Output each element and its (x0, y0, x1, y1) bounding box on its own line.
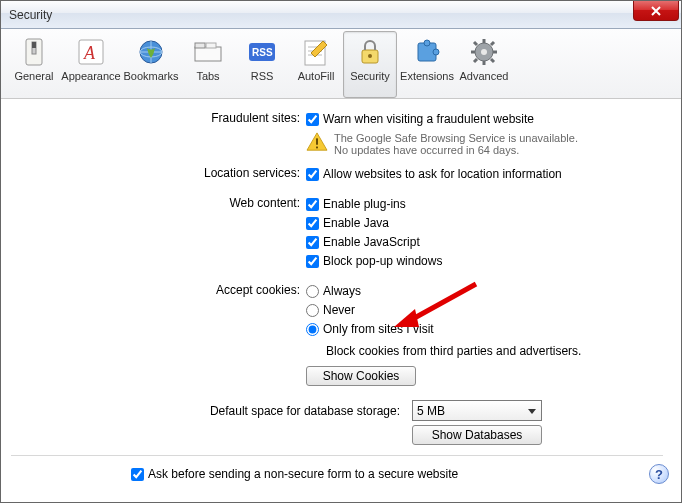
allow-location-input[interactable] (306, 168, 319, 181)
tab-general[interactable]: General (7, 31, 61, 98)
tab-security[interactable]: Security (343, 31, 397, 98)
warn-fraudulent-checkbox[interactable]: Warn when visiting a fraudulent website (306, 110, 663, 128)
block-popups-checkbox[interactable]: Block pop-up windows (306, 252, 663, 270)
svg-rect-9 (206, 43, 216, 48)
allow-location-checkbox[interactable]: Allow websites to ask for location infor… (306, 165, 663, 183)
enable-javascript-input[interactable] (306, 236, 319, 249)
block-popups-input[interactable] (306, 255, 319, 268)
svg-rect-2 (32, 42, 36, 48)
tab-label: General (14, 70, 53, 82)
tab-autofill[interactable]: AutoFill (289, 31, 343, 98)
cookies-never-input[interactable] (306, 304, 319, 317)
location-label: Location services: (11, 164, 306, 180)
enable-plugins-input[interactable] (306, 198, 319, 211)
cookies-always-input[interactable] (306, 285, 319, 298)
tab-label: Tabs (196, 70, 219, 82)
enable-java-checkbox[interactable]: Enable Java (306, 214, 663, 232)
help-button[interactable]: ? (649, 464, 669, 484)
tab-bookmarks[interactable]: Bookmarks (121, 31, 181, 98)
cookies-label: Accept cookies: (11, 281, 306, 297)
tab-tabs[interactable]: Tabs (181, 31, 235, 98)
tab-label: RSS (251, 70, 274, 82)
svg-text:A: A (83, 43, 96, 63)
svg-point-22 (481, 49, 487, 55)
svg-rect-8 (195, 43, 205, 48)
show-cookies-button[interactable]: Show Cookies (306, 366, 416, 386)
warning-icon (306, 132, 328, 152)
tab-label: Security (350, 70, 390, 82)
tabs-icon (192, 36, 224, 68)
warn-fraudulent-input[interactable] (306, 113, 319, 126)
enable-plugins-text: Enable plug-ins (323, 197, 406, 211)
ask-nonsecure-checkbox[interactable]: Ask before sending a non-secure form to … (131, 465, 458, 483)
enable-plugins-checkbox[interactable]: Enable plug-ins (306, 195, 663, 213)
tab-label: AutoFill (298, 70, 335, 82)
tab-extensions[interactable]: Extensions (397, 31, 457, 98)
globe-icon (135, 36, 167, 68)
close-icon (650, 6, 662, 16)
lock-icon (354, 36, 386, 68)
tab-label: Advanced (460, 70, 509, 82)
cookies-never-text: Never (323, 303, 355, 317)
svg-line-28 (491, 59, 494, 62)
tab-label: Extensions (400, 70, 454, 82)
cookies-note: Block cookies from third parties and adv… (326, 344, 663, 358)
tab-label: Appearance (61, 70, 120, 82)
preferences-toolbar: General A Appearance Bookmarks Tabs RSS … (1, 29, 681, 99)
window-title: Security (9, 8, 52, 22)
svg-text:RSS: RSS (252, 47, 273, 58)
cookies-visited-input[interactable] (306, 323, 319, 336)
pencil-form-icon (300, 36, 332, 68)
cookies-always-text: Always (323, 284, 361, 298)
warn-fraudulent-text: Warn when visiting a fraudulent website (323, 112, 534, 126)
svg-rect-7 (195, 47, 221, 61)
db-storage-select[interactable]: 5 MB (412, 400, 542, 421)
enable-javascript-text: Enable JavaScript (323, 235, 420, 249)
safe-browsing-line1: The Google Safe Browsing Service is unav… (334, 132, 578, 144)
cookies-never-radio[interactable]: Never (306, 301, 663, 319)
svg-line-30 (474, 59, 477, 62)
db-storage-label: Default space for database storage: (11, 404, 406, 418)
safe-browsing-warning: The Google Safe Browsing Service is unav… (306, 132, 663, 156)
ask-nonsecure-input[interactable] (131, 468, 144, 481)
tab-label: Bookmarks (123, 70, 178, 82)
db-storage-value: 5 MB (417, 404, 445, 418)
security-pane: Fraudulent sites: Warn when visiting a f… (1, 99, 681, 494)
cookies-visited-radio[interactable]: Only from sites I visit (306, 320, 663, 338)
svg-line-29 (491, 42, 494, 45)
safe-browsing-line2: No updates have occurred in 64 days. (334, 144, 578, 156)
show-databases-button[interactable]: Show Databases (412, 425, 542, 445)
puzzle-icon (411, 36, 443, 68)
enable-java-input[interactable] (306, 217, 319, 230)
tab-advanced[interactable]: Advanced (457, 31, 511, 98)
svg-line-27 (474, 42, 477, 45)
svg-point-19 (424, 40, 430, 46)
allow-location-text: Allow websites to ask for location infor… (323, 167, 562, 181)
titlebar: Security (1, 1, 681, 29)
tab-rss[interactable]: RSS RSS (235, 31, 289, 98)
font-icon: A (75, 36, 107, 68)
ask-nonsecure-text: Ask before sending a non-secure form to … (148, 467, 458, 481)
fraudulent-label: Fraudulent sites: (11, 109, 306, 125)
rss-icon: RSS (246, 36, 278, 68)
svg-rect-31 (316, 138, 318, 144)
gear-icon (468, 36, 500, 68)
switch-icon (18, 36, 50, 68)
close-button[interactable] (633, 1, 679, 21)
help-icon: ? (655, 467, 663, 482)
svg-point-20 (433, 49, 439, 55)
enable-java-text: Enable Java (323, 216, 389, 230)
svg-point-17 (368, 54, 372, 58)
cookies-visited-text: Only from sites I visit (323, 322, 434, 336)
cookies-always-radio[interactable]: Always (306, 282, 663, 300)
svg-rect-32 (316, 147, 318, 149)
tab-appearance[interactable]: A Appearance (61, 31, 121, 98)
divider (11, 455, 663, 456)
enable-javascript-checkbox[interactable]: Enable JavaScript (306, 233, 663, 251)
webcontent-label: Web content: (11, 194, 306, 210)
block-popups-text: Block pop-up windows (323, 254, 442, 268)
